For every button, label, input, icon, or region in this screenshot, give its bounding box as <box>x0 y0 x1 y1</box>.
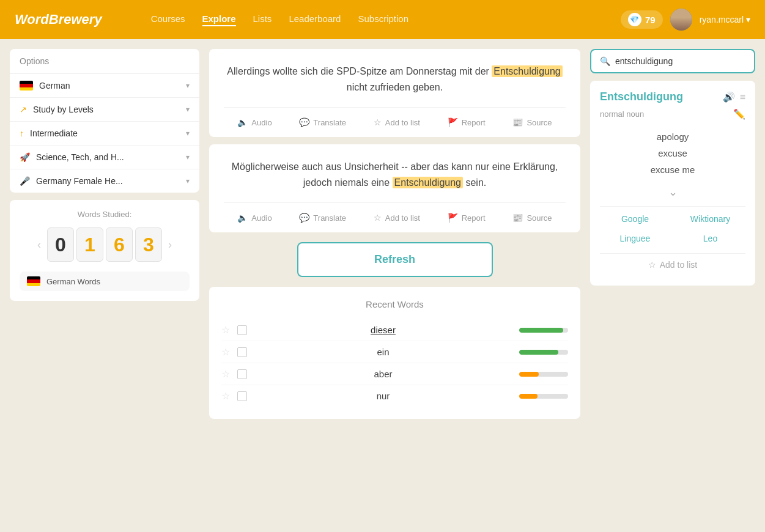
chevron-down-icon: ▾ <box>186 177 190 185</box>
flag-german-small-icon <box>27 276 40 286</box>
progress-wrap-aber <box>519 372 568 377</box>
checkbox-aber[interactable] <box>237 369 247 379</box>
nav-lists[interactable]: Lists <box>253 13 272 26</box>
add-to-list-def-button[interactable]: ☆ Add to list <box>600 253 745 276</box>
def-meaning-0: apology <box>600 128 745 145</box>
progress-wrap-ein <box>519 350 568 355</box>
def-meanings: apology excuse excuse me <box>600 128 745 178</box>
nav-explore[interactable]: Explore <box>202 13 236 26</box>
option-speaker-label: Germany Female He... <box>36 176 180 186</box>
report-button-2[interactable]: 🚩 Report <box>442 209 492 226</box>
checkbox-dieser[interactable] <box>237 325 247 335</box>
prev-arrow[interactable]: ‹ <box>35 236 43 254</box>
add-to-list-label-2: Add to list <box>385 213 420 223</box>
nav-courses[interactable]: Courses <box>151 13 185 26</box>
wiktionary-link[interactable]: Wiktionary <box>675 212 745 226</box>
def-meaning-1: excuse <box>600 145 745 161</box>
star-icon: ☆ <box>374 213 382 223</box>
digit-3: 3 <box>135 227 162 262</box>
source-button-1[interactable]: 📰 Source <box>506 114 558 131</box>
progress-fill-ein <box>519 350 558 355</box>
search-icon: 🔍 <box>600 56 610 66</box>
card-actions-2: 🔈 Audio 💬 Translate ☆ Add to list 🚩 Repo… <box>224 202 566 232</box>
linguee-link[interactable]: Linguee <box>600 231 670 246</box>
option-speaker[interactable]: 🎤 Germany Female He... ▾ <box>10 169 199 193</box>
audio-label-2: Audio <box>251 213 272 223</box>
points-value: 79 <box>645 15 656 25</box>
recent-words-card: Recent Words ☆ dieser ☆ ein <box>209 287 580 419</box>
audio-def-button[interactable]: 🔊 <box>723 91 735 103</box>
level-icon: ↑ <box>20 128 24 138</box>
list-badge-label: German Words <box>46 277 100 286</box>
translate-button-1[interactable]: 💬 Translate <box>293 114 352 131</box>
option-level-label: Intermediate <box>30 128 180 138</box>
def-word-row: Entschuldigung 🔊 ≡ <box>600 91 745 103</box>
audio-button-1[interactable]: 🔈 Audio <box>231 114 278 131</box>
search-box: 🔍 <box>590 49 755 73</box>
counter-digits: 0 1 6 3 <box>47 227 162 262</box>
main-content: Allerdings wollte sich die SPD-Spitze am… <box>209 49 580 419</box>
chevron-down-icon: ▾ <box>186 81 190 90</box>
sentence-text-1: Allerdings wollte sich die SPD-Spitze am… <box>224 64 566 95</box>
star-icon-aber[interactable]: ☆ <box>221 368 230 380</box>
source-button-2[interactable]: 📰 Source <box>506 209 558 226</box>
add-to-list-label-1: Add to list <box>385 118 420 127</box>
report-button-1[interactable]: 🚩 Report <box>442 114 492 131</box>
external-links: Google Wiktionary Linguee Leo <box>600 212 745 246</box>
word-row-dieser: ☆ dieser <box>221 319 568 341</box>
nav-subscription[interactable]: Subscription <box>358 13 408 26</box>
option-topic[interactable]: 🚀 Science, Tech, and H... ▾ <box>10 146 199 169</box>
audio-label-1: Audio <box>251 118 272 127</box>
highlighted-word-2: Entschuldigung <box>393 177 463 188</box>
star-icon-dieser[interactable]: ☆ <box>221 324 230 336</box>
sentence-text-2: Möglicherweise auch aus Unsicherheit -- … <box>224 159 566 190</box>
next-arrow[interactable]: › <box>166 236 174 254</box>
nav-leaderboard[interactable]: Leaderboard <box>289 13 341 26</box>
star-icon-nur[interactable]: ☆ <box>221 390 230 402</box>
checkbox-nur[interactable] <box>237 391 247 401</box>
sentence-card-1: Allerdings wollte sich die SPD-Spitze am… <box>209 49 580 137</box>
add-to-list-button-2[interactable]: ☆ Add to list <box>368 209 426 226</box>
refresh-container: Refresh <box>209 240 580 279</box>
counter-row: ‹ 0 1 6 3 › <box>20 227 190 262</box>
translate-button-2[interactable]: 💬 Translate <box>293 209 352 226</box>
header: WordBrewery Courses Explore Lists Leader… <box>0 0 765 39</box>
option-language[interactable]: German ▾ <box>10 74 199 98</box>
def-word-actions: 🔊 ≡ <box>723 91 745 103</box>
option-study-mode[interactable]: ↗ Study by Levels ▾ <box>10 98 199 122</box>
digit-1: 1 <box>76 227 103 262</box>
audio-button-2[interactable]: 🔈 Audio <box>231 209 278 226</box>
checkbox-ein[interactable] <box>237 347 247 357</box>
option-study-mode-label: Study by Levels <box>33 105 180 114</box>
sidebar: Options German ▾ ↗ Study by Levels ▾ ↑ I… <box>10 49 199 419</box>
progress-fill-dieser <box>519 328 563 333</box>
option-level[interactable]: ↑ Intermediate ▾ <box>10 122 199 146</box>
word-row-nur: ☆ nur <box>221 385 568 407</box>
star-icon-ein[interactable]: ☆ <box>221 346 230 358</box>
add-to-list-button-1[interactable]: ☆ Add to list <box>368 114 426 131</box>
sentence-card-2: Möglicherweise auch aus Unsicherheit -- … <box>209 144 580 232</box>
word-text-ein: ein <box>254 347 512 357</box>
word-text-nur: nur <box>254 391 512 401</box>
definition-card: Entschuldigung 🔊 ≡ normal noun ✏️ apolog… <box>590 81 755 286</box>
progress-wrap-nur <box>519 394 568 399</box>
header-right: 💎 79 ryan.mccarl ▾ <box>621 9 750 31</box>
flag-icon: 🚩 <box>448 213 458 223</box>
search-input[interactable] <box>615 56 745 66</box>
google-link[interactable]: Google <box>600 212 670 226</box>
options-title: Options <box>10 49 199 74</box>
expand-meanings-button[interactable]: ⌄ <box>600 185 745 199</box>
username[interactable]: ryan.mccarl ▾ <box>700 15 750 24</box>
translate-label-2: Translate <box>313 213 346 223</box>
options-panel: Options German ▾ ↗ Study by Levels ▾ ↑ I… <box>10 49 199 193</box>
stats-title: Words Studied: <box>20 210 190 219</box>
def-pos-label: normal noun <box>600 109 644 119</box>
refresh-button[interactable]: Refresh <box>297 242 493 277</box>
edit-def-button[interactable]: ✏️ <box>733 108 745 120</box>
word-text-dieser: dieser <box>254 325 512 335</box>
digit-0: 0 <box>47 227 74 262</box>
progress-fill-aber <box>519 372 539 377</box>
leo-link[interactable]: Leo <box>675 231 745 246</box>
main-nav: Courses Explore Lists Leaderboard Subscr… <box>151 13 621 26</box>
list-def-button[interactable]: ≡ <box>740 91 745 103</box>
